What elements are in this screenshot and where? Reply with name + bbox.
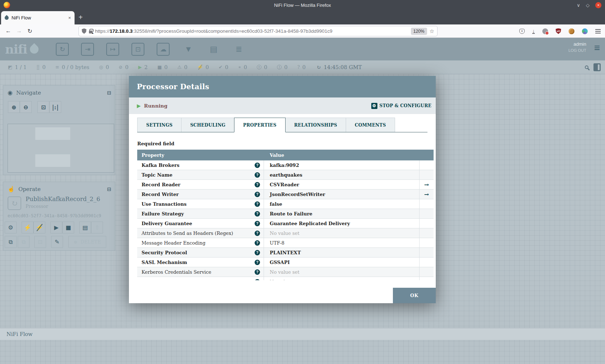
page-zoom-indicator[interactable]: 120% <box>411 28 427 35</box>
url-text[interactable]: https://172.18.0.3:32558/nifi/?processGr… <box>95 28 408 34</box>
navigate-collapse-icon[interactable]: ⊟ <box>107 90 111 96</box>
logout-link[interactable]: LOG OUT <box>568 48 586 53</box>
group-button[interactable]: ⊡ <box>34 236 46 248</box>
bookmark-star-icon[interactable]: ☆ <box>430 28 434 35</box>
delete-button[interactable]: ⊗DELETE <box>68 236 106 248</box>
operate-collapse-icon[interactable]: ⊟ <box>107 186 111 192</box>
extension-ublock-icon[interactable]: uO <box>556 28 561 34</box>
property-name: Delivery Guarantee <box>142 221 255 226</box>
property-help-icon[interactable]: ? <box>255 240 260 246</box>
breadcrumb[interactable]: NiFi Flow <box>6 331 32 337</box>
funnel-icon[interactable]: ▼ <box>182 43 195 56</box>
stopped-components-icon: ■ <box>157 64 162 70</box>
upload-template-button[interactable]: ⇧ <box>91 222 103 233</box>
template-icon[interactable]: ▤ <box>207 43 220 56</box>
property-name: Failure Strategy <box>142 211 255 217</box>
window-minimize-icon[interactable]: ∨ <box>577 3 580 8</box>
nifi-status-bar: ◩1 / 1⣿0≡0 / 0 bytes◎0⊘0▶2■0⚠0⚡0✔0∗0↑0!0… <box>0 60 605 74</box>
property-row: Kerberos Credentials Service?No value se… <box>137 267 434 277</box>
label-icon[interactable]: ≣ <box>232 43 245 56</box>
property-help-icon[interactable]: ? <box>255 192 260 197</box>
zoom-in-button[interactable]: ⊕ <box>8 101 20 113</box>
selected-component-id: ec60cd03-52f7-341a-8458-97b3dd9901c9 <box>8 213 111 218</box>
process-group-icon[interactable]: ⊡ <box>131 43 144 56</box>
property-help-icon[interactable]: ? <box>255 163 260 168</box>
output-port-icon[interactable]: ↦ <box>106 43 119 56</box>
property-help-icon[interactable]: ? <box>255 211 260 217</box>
tab-comments[interactable]: COMMENTS <box>346 118 395 132</box>
property-help-icon[interactable]: ? <box>255 279 260 281</box>
bulletin-panel-toggle-icon[interactable] <box>593 63 601 71</box>
copy-button[interactable]: ⧉ <box>5 236 17 248</box>
reload-button[interactable]: ↻ <box>24 28 35 35</box>
birdseye-minimap[interactable] <box>8 124 114 173</box>
goto-service-icon[interactable]: → <box>424 191 429 198</box>
downloads-icon[interactable]: ↓ <box>532 29 535 34</box>
property-help-icon[interactable]: ? <box>255 201 260 207</box>
stop-button[interactable]: ■ <box>62 222 74 233</box>
configure-button[interactable]: ⚙ <box>5 222 17 233</box>
property-help-icon[interactable]: ? <box>255 221 260 226</box>
status-item-locally-modified-and-stale-versioned: !0 <box>277 64 287 70</box>
enable-button[interactable]: ⚡ <box>22 222 33 233</box>
property-name: Record Writer <box>142 192 255 197</box>
refresh-icon[interactable]: ↻ <box>317 64 321 70</box>
up-to-date-versioned-count: 0 <box>225 64 228 70</box>
current-user-label: admin <box>568 41 586 47</box>
minimap-processor-rect <box>35 154 70 167</box>
not-transmitting-remote-groups-icon: ⊘ <box>119 64 123 70</box>
extension-colorful-icon[interactable] <box>582 28 588 34</box>
window-close-icon[interactable]: × <box>595 2 601 8</box>
browser-tab[interactable]: NiFi Flow × <box>1 11 75 24</box>
property-help-icon[interactable]: ? <box>255 182 260 187</box>
property-row: Record Reader?CSVReader→ <box>137 180 434 190</box>
tab-properties[interactable]: PROPERTIES <box>234 118 286 132</box>
url-bar[interactable]: https://172.18.0.3:32558/nifi/?processGr… <box>79 26 438 36</box>
connection-lock-icon[interactable] <box>89 31 93 33</box>
search-icon[interactable] <box>585 65 588 69</box>
ok-button[interactable]: OK <box>393 288 436 303</box>
input-port-icon[interactable]: ⇥ <box>81 43 94 56</box>
property-row: Use Transactions?false <box>137 199 434 209</box>
extension-cookie-icon[interactable] <box>569 28 574 34</box>
property-name: Kafka Brokers <box>142 163 255 168</box>
invalid-components-icon: ⚠ <box>178 64 182 70</box>
global-menu-icon[interactable]: ≡ <box>594 43 600 53</box>
stale-versioned-count: 0 <box>264 64 267 70</box>
new-tab-button[interactable]: + <box>79 13 83 22</box>
property-help-icon[interactable]: ? <box>255 172 260 178</box>
tab-scheduling[interactable]: SCHEDULING <box>181 118 234 132</box>
tab-close-icon[interactable]: × <box>68 15 71 21</box>
sync-failure-versioned-count: 0 <box>302 64 306 70</box>
pocket-icon[interactable]: ∨ <box>519 29 525 34</box>
zoom-out-button[interactable]: ⊖ <box>20 101 32 113</box>
start-button[interactable]: ▶ <box>50 222 62 233</box>
property-value: No value set <box>270 231 299 236</box>
window-maximize-icon[interactable]: ◇ <box>586 3 590 8</box>
goto-service-icon[interactable]: → <box>424 181 429 188</box>
paste-button[interactable]: ⧉ <box>18 236 30 248</box>
browser-menu-icon[interactable] <box>595 29 601 33</box>
value-column-header: Value <box>264 153 284 158</box>
status-item-locally-modified-versioned: ∗0 <box>238 64 247 70</box>
stopped-components-count: 0 <box>164 64 167 70</box>
disable-button[interactable]: ⚡ <box>33 222 45 233</box>
tab-settings[interactable]: SETTINGS <box>137 118 182 132</box>
zoom-actual-size-button[interactable]: |:| <box>49 101 61 113</box>
property-help-icon[interactable]: ? <box>255 269 260 275</box>
zoom-fit-button[interactable]: ⊡ <box>37 101 49 113</box>
forward-button[interactable]: → <box>14 28 24 34</box>
property-help-icon[interactable]: ? <box>255 231 260 236</box>
property-help-icon[interactable]: ? <box>255 250 260 255</box>
create-template-button[interactable]: ▤ <box>79 222 91 233</box>
remote-process-group-icon[interactable]: ☁ <box>157 43 170 56</box>
extension-mask-icon[interactable] <box>542 28 548 34</box>
change-color-button[interactable]: ✎ <box>51 236 63 248</box>
tracking-protection-shield-icon[interactable] <box>82 28 86 34</box>
back-button[interactable]: ← <box>3 28 14 34</box>
property-help-icon[interactable]: ? <box>255 260 260 265</box>
property-value: kafka:9092 <box>270 163 299 168</box>
processor-icon[interactable]: ↻ <box>56 43 69 56</box>
stop-and-configure-button[interactable]: ⚙ STOP & CONFIGURE <box>371 103 431 109</box>
tab-relationships[interactable]: RELATIONSHIPS <box>285 118 346 132</box>
